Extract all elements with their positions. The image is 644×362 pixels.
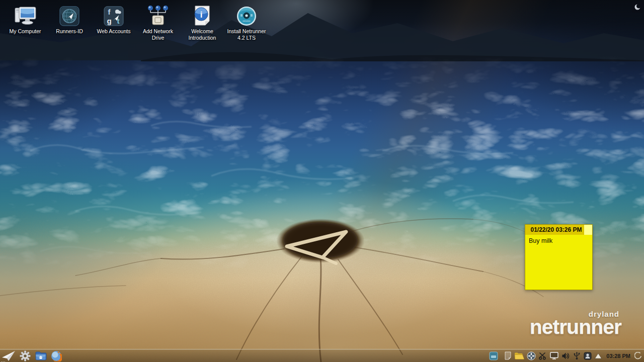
desktop-icon-label: Install Netrunner 4.2 LTS [225, 28, 268, 41]
usb-device-icon[interactable] [573, 351, 581, 361]
sticky-note-title: 01/22/20 03:26 PM [525, 226, 592, 233]
taskbar-panel: run [0, 349, 644, 362]
desktop-icon-my-computer[interactable]: My Computer [3, 5, 47, 41]
desktop-icon-runners-id[interactable]: Runners-ID [47, 5, 92, 41]
user-session-tray-icon[interactable] [584, 351, 592, 361]
svg-text:i: i [200, 10, 203, 20]
sticky-notes-tray-icon[interactable] [504, 351, 512, 361]
desktop-icon-welcome-introduction[interactable]: i Welcome Introduction [180, 5, 224, 41]
panel-toolbox-button[interactable] [632, 2, 643, 13]
firefox-button[interactable] [51, 350, 62, 362]
netrunner-menu-button[interactable]: run [2, 350, 16, 362]
folder-icon [35, 351, 47, 361]
sticky-note-body[interactable]: Buy milk [525, 235, 592, 247]
info-icon: i [192, 5, 212, 26]
display-tray-icon[interactable] [549, 351, 559, 361]
file-manager-button[interactable] [35, 350, 47, 362]
desktop: dryland netrunner My Computer [0, 0, 644, 362]
social-accounts-icon: f g t [104, 5, 124, 26]
install-disc-icon: netrunner [236, 5, 257, 26]
gear-icon [20, 350, 31, 361]
wallpaper-branding: dryland netrunner [530, 310, 621, 336]
desktop-icon-label: Runners-ID [56, 28, 83, 35]
show-desktop-icon[interactable] [489, 351, 499, 361]
cashew-icon [634, 4, 641, 11]
sticky-note-header[interactable]: 01/22/20 03:26 PM [525, 225, 592, 235]
desktop-icon-install-netrunner[interactable]: netrunner Install Netrunner 4.2 LTS [224, 5, 269, 41]
volume-icon[interactable] [561, 351, 570, 361]
desktop-icon-label: My Computer [9, 28, 41, 35]
system-settings-button[interactable] [20, 350, 31, 362]
desktop-icon-label: Web Accounts [97, 28, 131, 35]
clipboard-scissors-icon[interactable] [538, 351, 547, 361]
panel-cashew-icon[interactable] [634, 351, 642, 361]
system-tray: 03:28 PM [489, 351, 644, 361]
open-folder-tray-icon[interactable] [514, 351, 524, 361]
wallpaper [0, 0, 644, 362]
computer-icon [13, 5, 37, 26]
panel-launchers: run [0, 350, 62, 362]
svg-text:netrunner: netrunner [243, 20, 251, 22]
network-drive-icon [146, 5, 170, 26]
sticky-note[interactable]: 01/22/20 03:26 PM Buy milk [525, 224, 593, 290]
desktop-icon-label: Welcome Introduction [181, 28, 224, 41]
desktop-icon-web-accounts[interactable]: f g t Web Accounts [92, 5, 136, 41]
svg-text:g: g [107, 17, 111, 25]
clock[interactable]: 03:28 PM [606, 353, 630, 359]
expand-tray-icon[interactable] [594, 351, 602, 361]
firefox-icon [51, 350, 62, 361]
menu-run-label: run [1, 360, 6, 362]
netrunner-logo-icon [2, 350, 16, 361]
branding-netrunner: netrunner [530, 318, 621, 336]
desktop-icon-label: Add Network Drive [136, 28, 180, 41]
sticky-note-header-corner [584, 225, 592, 235]
network-hub-tray-icon[interactable] [527, 351, 536, 361]
desktop-icon-row: My Computer Runners-ID [3, 5, 269, 41]
desktop-icon-add-network-drive[interactable]: Add Network Drive [136, 5, 180, 41]
globe-cursor-icon [59, 5, 79, 26]
